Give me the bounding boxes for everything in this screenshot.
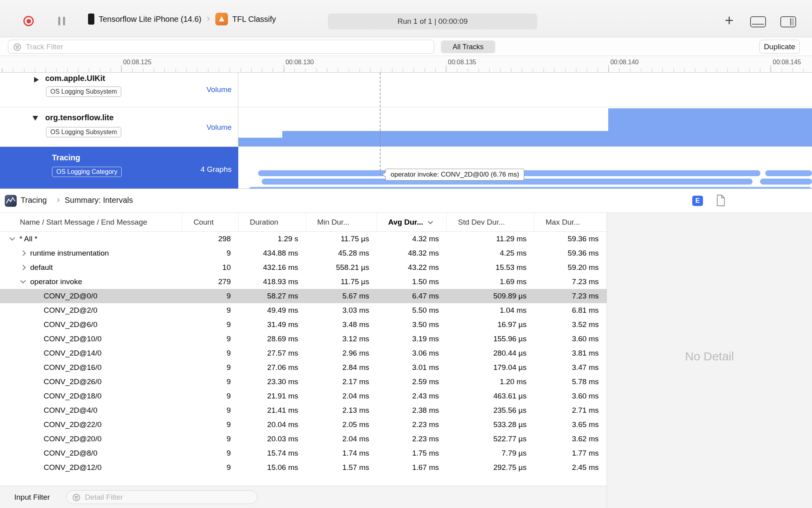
cell-max: 2.71 ms [534,403,607,418]
column-max-dur[interactable]: Max Dur... [534,213,607,231]
table-row[interactable]: CONV_2D@6/0931.49 ms3.48 ms3.50 ms16.97 … [0,318,607,332]
track-meta-volume[interactable]: Volume [207,85,232,94]
cell-name: CONV_2D@12/0 [0,460,182,475]
table-row[interactable]: CONV_2D@4/0921.41 ms2.13 ms2.38 ms235.56… [0,403,607,418]
disclosure-down-icon[interactable] [33,116,38,121]
cell-name: CONV_2D@8/0 [0,446,182,460]
row-name: operator invoke [30,275,82,289]
track-lane[interactable] [238,107,812,146]
table-row[interactable]: default10432.16 ms558.21 µs43.22 ms15.53… [0,260,607,275]
cell-duration: 31.49 ms [239,318,306,332]
cell-duration: 27.57 ms [239,346,306,360]
app-name[interactable]: TFL Classify [232,15,276,24]
track-badge: OS Logging Subsystem [46,87,121,97]
breadcrumb-page[interactable]: Summary: Intervals [65,196,133,205]
pause-button[interactable] [58,17,65,25]
all-tracks-button[interactable]: All Tracks [441,40,495,53]
row-name: CONV_2D@26/0 [44,375,102,389]
column-avg-dur[interactable]: Avg Dur... [377,213,447,231]
table-row[interactable]: CONV_2D@18/0921.91 ms2.04 ms2.43 ms463.6… [0,389,607,403]
interval-bar[interactable] [249,187,812,189]
cell-count: 9 [182,318,239,332]
table-row[interactable]: runtime instrumentation9434.88 ms45.28 m… [0,246,607,260]
cell-count: 9 [182,303,239,318]
track-lane[interactable] [238,73,812,107]
interval-bar[interactable] [765,170,812,176]
collapse-chevron-icon[interactable] [10,235,15,241]
table-row[interactable]: operator invoke279418.93 ms11.75 µs1.50 … [0,275,607,289]
column-min-dur[interactable]: Min Dur... [306,213,377,231]
track-lane[interactable] [238,147,812,189]
target-selector[interactable]: Tensorflow Lite iPhone (14.6) › TFL Clas… [88,11,276,27]
cell-avg: 2.23 ms [377,418,447,432]
record-button[interactable] [23,16,34,26]
interval-bar[interactable] [760,179,812,185]
table-row[interactable]: CONV_2D@16/0927.06 ms2.84 ms3.01 ms179.0… [0,360,607,375]
track-filter-input[interactable] [26,40,430,53]
cell-std: 7.79 µs [447,446,534,460]
right-panel-icon [790,18,791,25]
device-name[interactable]: Tensorflow Lite iPhone (14.6) [99,15,201,24]
column-count[interactable]: Count [182,213,239,231]
detail-filter-field[interactable] [66,490,257,504]
track-area: com.apple.UIKit OS Logging Subsystem Vol… [0,73,812,189]
cell-std: 235.56 µs [447,403,534,418]
cell-std: 16.97 µs [447,318,534,332]
table-row[interactable]: CONV_2D@10/0928.69 ms3.12 ms3.19 ms155.9… [0,332,607,346]
row-name: CONV_2D@2/0 [44,303,97,318]
add-instrument-button[interactable]: + [725,12,733,29]
column-name[interactable]: Name / Start Message / End Message [0,213,182,231]
row-name: default [30,260,53,275]
cell-avg: 2.59 ms [377,375,447,389]
cell-min: 3.03 ms [306,303,377,318]
cell-name: CONV_2D@10/0 [0,332,182,346]
detail-filter-input[interactable] [85,491,252,504]
table-row[interactable]: CONV_2D@8/0915.74 ms1.74 ms1.75 ms7.79 µ… [0,446,607,460]
cell-duration: 21.91 ms [239,389,306,403]
cell-name: CONV_2D@18/0 [0,389,182,403]
track-tracing[interactable]: Tracing OS Logging Category 4 Graphs [0,147,812,189]
column-duration[interactable]: Duration [239,213,306,231]
filter-icon [72,493,80,502]
cell-duration: 27.06 ms [239,360,306,375]
table-row[interactable]: CONV_2D@14/0927.57 ms2.96 ms3.06 ms280.4… [0,346,607,360]
cell-avg: 1.75 ms [377,446,447,460]
table-row[interactable]: CONV_2D@22/0920.04 ms2.05 ms2.23 ms533.2… [0,418,607,432]
cell-min: 3.12 ms [306,332,377,346]
breadcrumb-root[interactable]: Tracing [21,196,47,205]
track-filter-bar: All Tracks Duplicate [0,37,812,56]
cell-max: 1.77 ms [534,446,607,460]
track-label: org.tensorflow.lite OS Logging Subsystem… [0,107,238,146]
track-meta-volume[interactable]: Volume [207,123,232,132]
column-std-dev-dur[interactable]: Std Dev Dur... [447,213,534,231]
collapse-chevron-icon[interactable] [20,278,26,283]
expand-chevron-icon[interactable] [20,265,26,270]
row-name: CONV_2D@22/0 [44,418,102,432]
table-row[interactable]: * All *2981.29 s11.75 µs4.32 ms11.29 ms5… [0,232,607,246]
cell-min: 2.17 ms [306,375,377,389]
sort-chevron-icon [428,219,433,224]
cell-name: CONV_2D@26/0 [0,375,182,389]
table-row[interactable]: CONV_2D@20/0920.03 ms2.04 ms2.23 ms522.7… [0,432,607,446]
input-filter-label[interactable]: Input Filter [14,493,50,502]
toggle-right-panel-button[interactable] [780,16,796,27]
toolbar: Tensorflow Lite iPhone (14.6) › TFL Clas… [0,0,812,37]
cell-std: 1.69 ms [447,275,534,289]
track-filter-field[interactable] [8,40,434,54]
document-icon[interactable] [716,194,726,206]
timeline-ruler[interactable]: 00:08.12500:08.13000:08.13500:08.14000:0… [0,56,812,73]
row-name: CONV_2D@18/0 [44,389,102,403]
no-detail-text: No Detail [607,350,812,363]
toggle-bottom-panel-button[interactable] [750,16,766,27]
extended-detail-button[interactable]: E [692,196,703,206]
table-row[interactable]: CONV_2D@2/0949.49 ms3.03 ms5.50 ms1.04 m… [0,303,607,318]
track-com-apple-uikit[interactable]: com.apple.UIKit OS Logging Subsystem Vol… [0,73,812,107]
track-org-tensorflow-lite[interactable]: org.tensorflow.lite OS Logging Subsystem… [0,107,812,147]
cell-name: operator invoke [0,275,182,289]
table-row[interactable]: CONV_2D@12/0915.06 ms1.57 ms1.67 ms292.7… [0,460,607,475]
table-row[interactable]: CONV_2D@0/0958.27 ms5.67 ms6.47 ms509.89… [0,289,607,303]
table-row[interactable]: CONV_2D@26/0923.30 ms2.17 ms2.59 ms1.20 … [0,375,607,389]
disclosure-right-icon[interactable] [34,77,39,83]
expand-chevron-icon[interactable] [20,250,26,256]
duplicate-button[interactable]: Duplicate [759,40,800,54]
